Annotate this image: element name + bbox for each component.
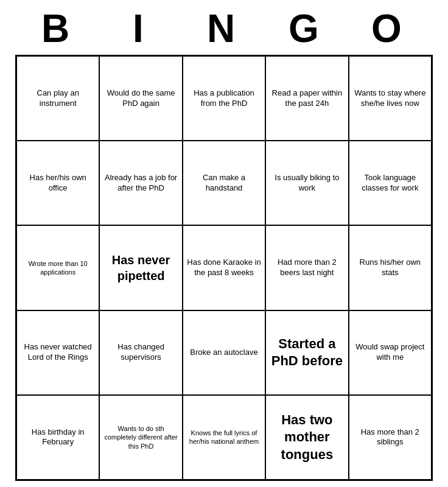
cell-22: Knows the full lyrics of her/his nationa…	[183, 395, 265, 480]
cell-8: Is usually biking to work	[265, 141, 348, 225]
cell-9: Took language classes for work	[349, 141, 432, 225]
cell-2: Has a publication from the PhD	[183, 56, 265, 141]
cell-1: Would do the same PhD again	[99, 56, 182, 141]
title-n: N	[187, 6, 261, 51]
cell-14: Runs his/her own stats	[349, 225, 432, 310]
cell-24: Has more than 2 siblings	[349, 395, 432, 480]
cell-15: Has never watched Lord of the Rings	[16, 310, 99, 395]
title-o: O	[353, 6, 426, 51]
title-i: I	[105, 6, 178, 51]
cell-17: Broke an autoclave	[183, 310, 265, 395]
cell-11: Has never pipetted	[99, 225, 182, 310]
cell-19: Would swap project with me	[349, 310, 432, 395]
title-g: G	[270, 6, 343, 51]
cell-21: Wants to do sth completely different aft…	[99, 395, 182, 480]
cell-20: Has birthday in February	[16, 395, 99, 480]
cell-12: Has done Karaoke in the past 8 weeks	[183, 225, 265, 310]
cell-13: Had more than 2 beers last night	[265, 225, 348, 310]
cell-0: Can play an instrument	[16, 56, 99, 141]
bingo-title: B I N G O	[17, 6, 431, 51]
cell-16: Has changed supervisors	[99, 310, 182, 395]
cell-23: Has two mother tongues	[265, 395, 348, 480]
cell-5: Has her/his own office	[16, 141, 99, 225]
cell-7: Can make a handstand	[183, 141, 265, 225]
cell-4: Wants to stay where she/he lives now	[349, 56, 432, 141]
bingo-grid: Can play an instrumentWould do the same …	[15, 55, 433, 481]
cell-18: Started a PhD before	[265, 310, 348, 395]
title-b: B	[22, 6, 95, 51]
cell-6: Already has a job for after the PhD	[99, 141, 182, 225]
cell-10: Wrote more than 10 applications	[16, 225, 99, 310]
cell-3: Read a paper within the past 24h	[265, 56, 348, 141]
